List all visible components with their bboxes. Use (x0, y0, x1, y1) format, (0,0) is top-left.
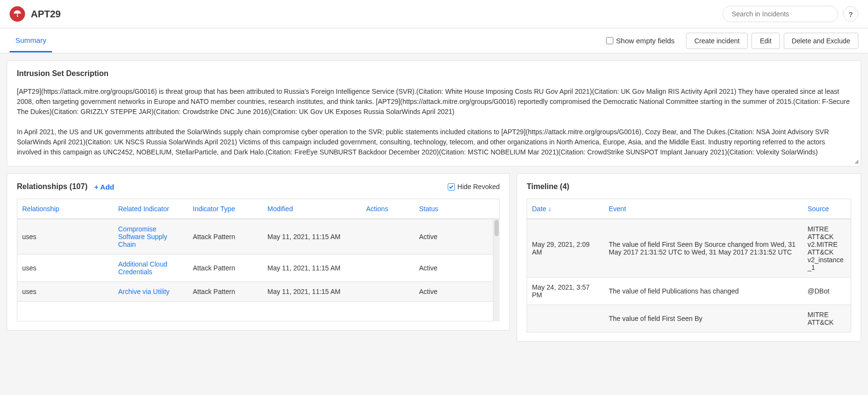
col-status[interactable]: Status (415, 199, 500, 219)
col-event[interactable]: Event (604, 199, 803, 219)
cell-source: MITRE ATT&CK v2.MITRE ATT&CK v2_instance… (803, 219, 851, 278)
hide-revoked-toggle[interactable]: Hide Revoked (448, 183, 500, 191)
description-panel: Intrusion Set Description [APT29](https:… (7, 60, 861, 166)
col-actions[interactable]: Actions (362, 199, 415, 219)
checkbox-checked-icon (448, 183, 455, 191)
cell-relationship: uses (17, 219, 114, 255)
table-row[interactable]: usesArchive via UtilityAttack PatternMay… (17, 282, 500, 302)
add-relationship-button[interactable]: + Add (94, 183, 115, 191)
table-row[interactable]: May 29, 2021, 2:09 AMThe value of field … (527, 219, 851, 278)
table-row[interactable]: usesCompromise Software Supply ChainAtta… (17, 219, 500, 255)
resize-handle-icon[interactable] (853, 158, 860, 165)
cell-event: The value of field First Seen By Source … (604, 219, 803, 278)
col-date[interactable]: Date (527, 199, 604, 219)
cell-related-indicator[interactable]: Compromise Software Supply Chain (114, 219, 188, 255)
cell-date: May 24, 2021, 3:57 PM (527, 278, 604, 305)
relationships-scrollbar[interactable] (493, 220, 500, 321)
cell-date: May 29, 2021, 2:09 AM (527, 219, 604, 278)
create-incident-button[interactable]: Create incident (686, 33, 748, 49)
relationships-title: Relationships (107) (17, 182, 88, 191)
description-title: Intrusion Set Description (17, 69, 851, 78)
col-source[interactable]: Source (803, 199, 851, 219)
delete-exclude-button[interactable]: Delete and Exclude (784, 33, 858, 49)
help-button[interactable]: ? (843, 6, 858, 22)
cell-event: The value of field First Seen By (604, 305, 803, 332)
timeline-table: Date Event Source May 29, 2021, 2:09 AMT… (527, 199, 851, 332)
cell-relationship: uses (17, 282, 114, 302)
cell-modified: May 11, 2021, 11:15 AM (263, 255, 362, 282)
col-indicator-type[interactable]: Indicator Type (188, 199, 263, 219)
col-modified[interactable]: Modified (263, 199, 362, 219)
cell-date (527, 305, 604, 332)
cell-indicator-type: Attack Pattern (188, 219, 263, 255)
cell-source: MITRE ATT&CK (803, 305, 851, 332)
subheader-bar: Summary Show empty fields Create inciden… (0, 28, 868, 53)
umbrella-icon (10, 6, 25, 22)
show-empty-label: Show empty fields (616, 37, 675, 45)
cell-relationship: uses (17, 255, 114, 282)
cell-actions (362, 282, 415, 302)
cell-actions (362, 255, 415, 282)
relationships-panel: Relationships (107) + Add Hide Revoked R… (7, 173, 510, 331)
hide-revoked-label: Hide Revoked (457, 183, 500, 191)
cell-actions (362, 219, 415, 255)
tab-summary[interactable]: Summary (10, 29, 52, 52)
cell-status: Active (415, 282, 500, 302)
cell-indicator-type: Attack Pattern (188, 255, 263, 282)
table-row[interactable]: usesAdditional Cloud CredentialsAttack P… (17, 255, 500, 282)
cell-indicator-type: Attack Pattern (188, 282, 263, 302)
cell-related-indicator[interactable]: Archive via Utility (114, 282, 188, 302)
table-row (17, 302, 500, 321)
cell-modified: May 11, 2021, 11:15 AM (263, 219, 362, 255)
timeline-title: Timeline (4) (527, 182, 570, 191)
cell-modified: May 11, 2021, 11:15 AM (263, 282, 362, 302)
cell-status: Active (415, 219, 500, 255)
search-input[interactable] (723, 6, 838, 22)
show-empty-fields-toggle[interactable]: Show empty fields (606, 37, 675, 45)
cell-status: Active (415, 255, 500, 282)
col-relationship[interactable]: Relationship (17, 199, 114, 219)
header-bar: APT29 ? (0, 0, 868, 28)
edit-button[interactable]: Edit (751, 33, 779, 49)
page-title: APT29 (31, 9, 61, 20)
cell-related-indicator[interactable]: Additional Cloud Credentials (114, 255, 188, 282)
description-body: [APT29](https://attack.mitre.org/groups/… (17, 87, 851, 157)
table-row[interactable]: May 24, 2021, 3:57 PMThe value of field … (527, 278, 851, 305)
table-row[interactable]: The value of field First Seen ByMITRE AT… (527, 305, 851, 332)
cell-event: The value of field Publications has chan… (604, 278, 803, 305)
relationships-table: Relationship Related Indicator Indicator… (17, 199, 500, 321)
timeline-panel: Timeline (4) Date Event Source May 29, 2… (517, 173, 861, 342)
cell-source: @DBot (803, 278, 851, 305)
show-empty-checkbox[interactable] (606, 37, 613, 44)
col-related-indicator[interactable]: Related Indicator (114, 199, 188, 219)
